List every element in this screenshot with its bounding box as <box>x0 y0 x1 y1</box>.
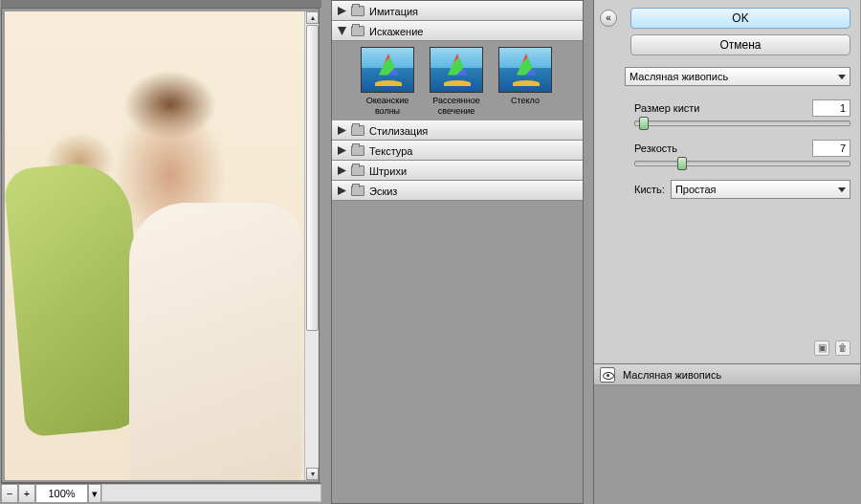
folder-icon <box>351 186 364 196</box>
folder-icon <box>351 145 364 156</box>
folder-icon <box>351 165 364 176</box>
folder-icon <box>351 6 364 16</box>
collapse-button[interactable]: « <box>600 10 617 27</box>
effect-layers-panel: Масляная живопись <box>594 363 860 504</box>
cancel-button[interactable]: Отмена <box>630 34 850 55</box>
folder-icon <box>351 125 364 136</box>
layer-tools: ▣ 🗑 <box>814 340 850 356</box>
scrollbar-thumb[interactable] <box>306 25 319 331</box>
filter-glass[interactable]: Стекло <box>495 47 556 117</box>
param-sharpness-slider[interactable] <box>634 161 850 166</box>
chevron-down-icon <box>838 73 846 80</box>
category-imitation[interactable]: Имитация <box>332 1 583 21</box>
scroll-down-arrow-icon[interactable]: ▾ <box>306 468 319 480</box>
param-sharpness-input[interactable] <box>812 140 850 157</box>
category-label: Текстура <box>369 145 412 157</box>
param-label: Резкость <box>634 142 677 154</box>
filter-thumbnail-image <box>498 47 552 93</box>
filter-select-value: Масляная живопись <box>629 71 728 82</box>
category-label: Имитация <box>369 6 418 17</box>
preview-panel: ▴ ▾ − + ▾ <box>1 0 321 504</box>
category-texture[interactable]: Текстура <box>332 141 583 161</box>
preview-footer: − + ▾ <box>1 483 321 502</box>
param-brush-size: Размер кисти <box>634 99 850 126</box>
chevron-right-icon <box>338 166 346 175</box>
category-stylization[interactable]: Стилизация <box>332 121 583 141</box>
param-brush-type: Кисть: Простая <box>634 180 850 199</box>
chevron-right-icon <box>338 146 346 155</box>
effect-layer-row[interactable]: Масляная живопись <box>594 364 860 385</box>
filter-thumbnail-label: Стекло <box>495 96 556 106</box>
category-label: Стилизация <box>369 125 428 137</box>
chevron-right-icon <box>338 186 346 195</box>
preview-titlebar <box>1 0 321 8</box>
new-effect-layer-button[interactable]: ▣ <box>814 340 829 356</box>
filter-diffuse-glow[interactable]: Рассеянное свечение <box>426 47 487 117</box>
preview-scrollbar-vertical[interactable]: ▴ ▾ <box>304 11 319 480</box>
preview-image[interactable] <box>5 11 305 480</box>
slider-thumb[interactable] <box>639 117 649 130</box>
brush-label: Кисть: <box>634 184 665 195</box>
filter-thumbnail-image <box>361 47 414 93</box>
folder-icon <box>351 26 364 36</box>
chevron-down-icon <box>838 186 846 193</box>
zoom-in-button[interactable]: + <box>18 484 35 503</box>
visibility-toggle-icon[interactable] <box>600 367 615 383</box>
category-label: Искажение <box>369 26 423 37</box>
filter-gallery-panel: Имитация Искажение Океанские волны Рассе… <box>331 0 584 504</box>
filter-select[interactable]: Масляная живопись <box>625 67 850 86</box>
slider-thumb[interactable] <box>677 157 687 170</box>
ok-button[interactable]: OK <box>630 8 850 29</box>
category-distortion[interactable]: Искажение <box>332 21 583 41</box>
delete-effect-layer-button[interactable]: 🗑 <box>835 340 850 356</box>
category-label: Штрихи <box>369 165 407 177</box>
filter-thumbnail-label: Океанские волны <box>357 96 418 117</box>
chevron-right-icon <box>338 7 346 15</box>
category-label: Эскиз <box>369 186 397 197</box>
filter-thumbnail-image <box>430 47 483 93</box>
brush-select-value: Простая <box>675 184 717 195</box>
category-sketch[interactable]: Эскиз <box>332 181 583 201</box>
zoom-dropdown-icon[interactable]: ▾ <box>88 484 101 503</box>
param-sharpness: Резкость <box>634 140 850 166</box>
brush-select[interactable]: Простая <box>671 180 850 199</box>
param-label: Размер кисти <box>634 102 700 114</box>
zoom-out-button[interactable]: − <box>1 484 18 503</box>
chevron-down-icon <box>338 27 346 35</box>
filter-thumbnails: Океанские волны Рассеянное свечение Стек… <box>332 41 583 121</box>
zoom-field[interactable] <box>35 484 88 503</box>
preview-area[interactable]: ▴ ▾ <box>1 8 320 483</box>
preview-scrollbar-horizontal[interactable] <box>101 484 321 502</box>
settings-panel: « OK Отмена Масляная живопись Размер кис… <box>593 0 860 504</box>
effect-layer-label: Масляная живопись <box>623 369 721 381</box>
category-strokes[interactable]: Штрихи <box>332 161 583 181</box>
param-brush-size-slider[interactable] <box>634 121 850 126</box>
scroll-up-arrow-icon[interactable]: ▴ <box>306 11 319 24</box>
chevron-right-icon <box>338 126 346 135</box>
filter-thumbnail-label: Рассеянное свечение <box>426 96 487 117</box>
filter-ocean-waves[interactable]: Океанские волны <box>357 47 418 117</box>
param-brush-size-input[interactable] <box>812 99 850 117</box>
